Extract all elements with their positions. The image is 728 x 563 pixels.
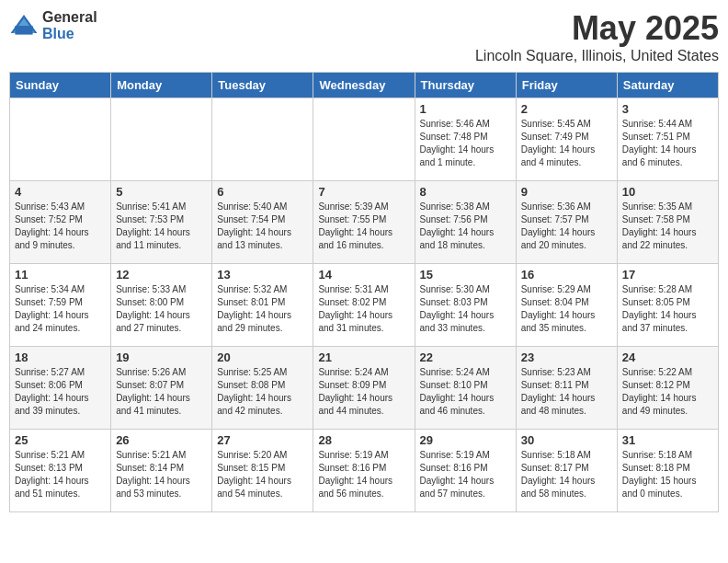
date-number: 13 xyxy=(217,268,308,282)
cell-info: Sunrise: 5:28 AM Sunset: 8:05 PM Dayligh… xyxy=(622,283,713,335)
day-header-saturday: Saturday xyxy=(617,73,718,98)
cell-info: Sunrise: 5:21 AM Sunset: 8:14 PM Dayligh… xyxy=(116,449,207,500)
calendar-cell: 14Sunrise: 5:31 AM Sunset: 8:02 PM Dayli… xyxy=(313,264,415,347)
cell-info: Sunrise: 5:18 AM Sunset: 8:17 PM Dayligh… xyxy=(521,449,612,500)
calendar-cell xyxy=(10,98,111,181)
cell-info: Sunrise: 5:46 AM Sunset: 7:48 PM Dayligh… xyxy=(420,118,511,169)
date-number: 15 xyxy=(420,268,511,282)
calendar-cell: 27Sunrise: 5:20 AM Sunset: 8:15 PM Dayli… xyxy=(212,430,313,512)
calendar-cell: 8Sunrise: 5:38 AM Sunset: 7:56 PM Daylig… xyxy=(415,181,516,264)
logo-general: General xyxy=(42,9,97,26)
cell-info: Sunrise: 5:27 AM Sunset: 8:06 PM Dayligh… xyxy=(15,366,106,418)
week-row-1: 1Sunrise: 5:46 AM Sunset: 7:48 PM Daylig… xyxy=(10,98,719,181)
logo-icon xyxy=(9,11,39,40)
logo-blue: Blue xyxy=(42,26,97,42)
calendar-cell: 16Sunrise: 5:29 AM Sunset: 8:04 PM Dayli… xyxy=(516,264,617,347)
cell-info: Sunrise: 5:36 AM Sunset: 7:57 PM Dayligh… xyxy=(521,201,612,252)
cell-info: Sunrise: 5:33 AM Sunset: 8:00 PM Dayligh… xyxy=(116,283,207,335)
calendar-cell: 4Sunrise: 5:43 AM Sunset: 7:52 PM Daylig… xyxy=(10,181,111,264)
date-number: 3 xyxy=(622,102,713,116)
calendar-cell: 15Sunrise: 5:30 AM Sunset: 8:03 PM Dayli… xyxy=(415,264,516,347)
calendar-cell: 2Sunrise: 5:45 AM Sunset: 7:49 PM Daylig… xyxy=(516,98,617,181)
calendar-cell: 20Sunrise: 5:25 AM Sunset: 8:08 PM Dayli… xyxy=(212,347,313,430)
date-number: 27 xyxy=(217,433,308,447)
date-number: 1 xyxy=(420,102,511,116)
cell-info: Sunrise: 5:32 AM Sunset: 8:01 PM Dayligh… xyxy=(217,283,308,335)
calendar-cell: 22Sunrise: 5:24 AM Sunset: 8:10 PM Dayli… xyxy=(415,347,516,430)
date-number: 12 xyxy=(116,268,207,282)
header: General Blue May 2025 Lincoln Square, Il… xyxy=(9,9,719,64)
cell-info: Sunrise: 5:24 AM Sunset: 8:09 PM Dayligh… xyxy=(318,366,409,418)
title-area: May 2025 Lincoln Square, Illinois, Unite… xyxy=(475,9,719,64)
calendar-cell: 21Sunrise: 5:24 AM Sunset: 8:09 PM Dayli… xyxy=(313,347,415,430)
cell-info: Sunrise: 5:29 AM Sunset: 8:04 PM Dayligh… xyxy=(521,283,612,335)
week-row-3: 11Sunrise: 5:34 AM Sunset: 7:59 PM Dayli… xyxy=(10,264,719,347)
date-number: 16 xyxy=(521,268,612,282)
date-number: 23 xyxy=(521,350,612,364)
calendar-cell: 17Sunrise: 5:28 AM Sunset: 8:05 PM Dayli… xyxy=(617,264,718,347)
date-number: 19 xyxy=(116,350,207,364)
calendar-cell: 29Sunrise: 5:19 AM Sunset: 8:16 PM Dayli… xyxy=(415,430,516,512)
calendar-cell: 31Sunrise: 5:18 AM Sunset: 8:18 PM Dayli… xyxy=(617,430,718,512)
date-number: 20 xyxy=(217,350,308,364)
calendar-cell: 23Sunrise: 5:23 AM Sunset: 8:11 PM Dayli… xyxy=(516,347,617,430)
calendar-cell: 25Sunrise: 5:21 AM Sunset: 8:13 PM Dayli… xyxy=(10,430,111,512)
cell-info: Sunrise: 5:30 AM Sunset: 8:03 PM Dayligh… xyxy=(420,283,511,335)
date-number: 4 xyxy=(15,185,106,199)
cell-info: Sunrise: 5:24 AM Sunset: 8:10 PM Dayligh… xyxy=(420,366,511,418)
date-number: 17 xyxy=(622,268,713,282)
logo: General Blue xyxy=(9,9,97,41)
calendar-cell: 28Sunrise: 5:19 AM Sunset: 8:16 PM Dayli… xyxy=(313,430,415,512)
cell-info: Sunrise: 5:20 AM Sunset: 8:15 PM Dayligh… xyxy=(217,449,308,500)
date-number: 7 xyxy=(318,185,409,199)
calendar-cell: 30Sunrise: 5:18 AM Sunset: 8:17 PM Dayli… xyxy=(516,430,617,512)
date-number: 11 xyxy=(15,268,106,282)
week-row-2: 4Sunrise: 5:43 AM Sunset: 7:52 PM Daylig… xyxy=(10,181,719,264)
date-number: 9 xyxy=(521,185,612,199)
calendar-cell: 5Sunrise: 5:41 AM Sunset: 7:53 PM Daylig… xyxy=(111,181,212,264)
calendar-cell: 19Sunrise: 5:26 AM Sunset: 8:07 PM Dayli… xyxy=(111,347,212,430)
cell-info: Sunrise: 5:35 AM Sunset: 7:58 PM Dayligh… xyxy=(622,201,713,252)
header-row: SundayMondayTuesdayWednesdayThursdayFrid… xyxy=(10,73,719,98)
calendar-cell xyxy=(111,98,212,181)
calendar-cell: 11Sunrise: 5:34 AM Sunset: 7:59 PM Dayli… xyxy=(10,264,111,347)
cell-info: Sunrise: 5:39 AM Sunset: 7:55 PM Dayligh… xyxy=(318,201,409,252)
cell-info: Sunrise: 5:44 AM Sunset: 7:51 PM Dayligh… xyxy=(622,118,713,169)
cell-info: Sunrise: 5:41 AM Sunset: 7:53 PM Dayligh… xyxy=(116,201,207,252)
cell-info: Sunrise: 5:40 AM Sunset: 7:54 PM Dayligh… xyxy=(217,201,308,252)
date-number: 2 xyxy=(521,102,612,116)
calendar-cell: 3Sunrise: 5:44 AM Sunset: 7:51 PM Daylig… xyxy=(617,98,718,181)
cell-info: Sunrise: 5:31 AM Sunset: 8:02 PM Dayligh… xyxy=(318,283,409,335)
calendar-cell: 1Sunrise: 5:46 AM Sunset: 7:48 PM Daylig… xyxy=(415,98,516,181)
date-number: 18 xyxy=(15,350,106,364)
date-number: 25 xyxy=(15,433,106,447)
date-number: 26 xyxy=(116,433,207,447)
subtitle: Lincoln Square, Illinois, United States xyxy=(475,48,719,64)
cell-info: Sunrise: 5:22 AM Sunset: 8:12 PM Dayligh… xyxy=(622,366,713,418)
date-number: 8 xyxy=(420,185,511,199)
cell-info: Sunrise: 5:23 AM Sunset: 8:11 PM Dayligh… xyxy=(521,366,612,418)
date-number: 24 xyxy=(622,350,713,364)
logo-text: General Blue xyxy=(42,9,97,41)
date-number: 6 xyxy=(217,185,308,199)
week-row-5: 25Sunrise: 5:21 AM Sunset: 8:13 PM Dayli… xyxy=(10,430,719,512)
day-header-friday: Friday xyxy=(516,73,617,98)
calendar-cell: 10Sunrise: 5:35 AM Sunset: 7:58 PM Dayli… xyxy=(617,181,718,264)
calendar-cell: 9Sunrise: 5:36 AM Sunset: 7:57 PM Daylig… xyxy=(516,181,617,264)
date-number: 14 xyxy=(318,268,409,282)
cell-info: Sunrise: 5:19 AM Sunset: 8:16 PM Dayligh… xyxy=(318,449,409,500)
date-number: 30 xyxy=(521,433,612,447)
cell-info: Sunrise: 5:38 AM Sunset: 7:56 PM Dayligh… xyxy=(420,201,511,252)
day-header-wednesday: Wednesday xyxy=(313,73,415,98)
cell-info: Sunrise: 5:26 AM Sunset: 8:07 PM Dayligh… xyxy=(116,366,207,418)
cell-info: Sunrise: 5:18 AM Sunset: 8:18 PM Dayligh… xyxy=(622,449,713,500)
cell-info: Sunrise: 5:19 AM Sunset: 8:16 PM Dayligh… xyxy=(420,449,511,500)
calendar-cell xyxy=(313,98,415,181)
date-number: 29 xyxy=(420,433,511,447)
calendar-cell: 7Sunrise: 5:39 AM Sunset: 7:55 PM Daylig… xyxy=(313,181,415,264)
calendar-cell xyxy=(212,98,313,181)
cell-info: Sunrise: 5:43 AM Sunset: 7:52 PM Dayligh… xyxy=(15,201,106,252)
calendar-cell: 26Sunrise: 5:21 AM Sunset: 8:14 PM Dayli… xyxy=(111,430,212,512)
date-number: 22 xyxy=(420,350,511,364)
cell-info: Sunrise: 5:25 AM Sunset: 8:08 PM Dayligh… xyxy=(217,366,308,418)
